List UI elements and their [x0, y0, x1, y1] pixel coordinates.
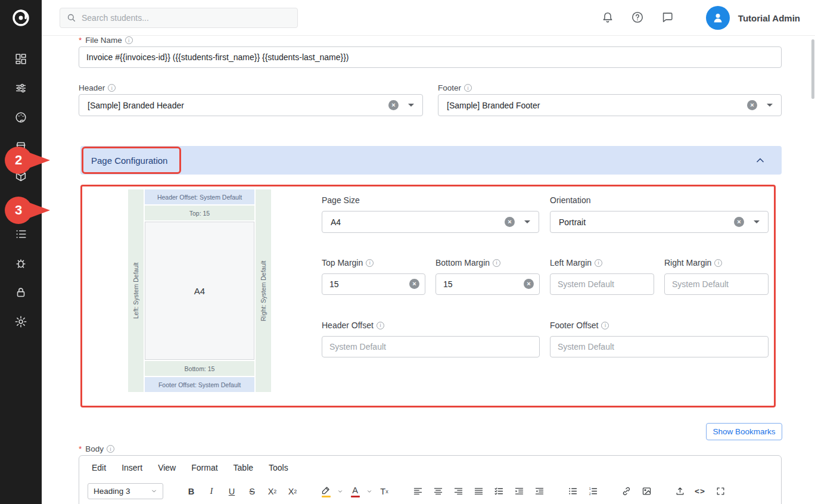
left-margin-label: Left Margin — [550, 258, 602, 267]
link-icon — [621, 486, 632, 496]
link-button[interactable] — [618, 484, 634, 499]
chevron-up-icon[interactable] — [754, 154, 766, 166]
file-name-input[interactable] — [79, 46, 782, 68]
menu-edit[interactable]: Edit — [92, 461, 106, 474]
annotation-step-2-marker: 2 — [5, 147, 32, 174]
page-configuration-title: Page Configuration — [91, 155, 167, 166]
superscript-button[interactable]: X2 — [285, 484, 300, 499]
menu-tools[interactable]: Tools — [269, 461, 288, 474]
editor-toolbar: Heading 3 B I U S X2 X2 A — [79, 483, 781, 499]
fullscreen-button[interactable] — [713, 484, 728, 499]
checklist-button[interactable] — [491, 484, 506, 499]
outdent-button[interactable] — [531, 484, 547, 499]
upload-button[interactable] — [672, 484, 688, 499]
sidebar-item-branding[interactable] — [0, 102, 42, 132]
info-icon — [377, 322, 384, 329]
highlight-color-caret[interactable] — [336, 484, 344, 499]
indent-icon — [514, 486, 524, 496]
superscript-sup: 2 — [294, 489, 297, 494]
bottom-margin-label: Bottom Margin — [436, 258, 500, 267]
dropdown-caret-icon[interactable] — [408, 104, 414, 107]
bell-icon — [601, 11, 614, 24]
bold-button[interactable]: B — [183, 484, 199, 499]
code-button[interactable]: <> — [692, 484, 708, 499]
image-icon — [642, 486, 652, 496]
search-input[interactable] — [82, 13, 291, 23]
chat-button[interactable] — [660, 10, 675, 26]
dropdown-caret-icon[interactable] — [524, 220, 530, 223]
highlight-color-button[interactable] — [318, 484, 334, 499]
body-editor: Edit Insert View Format Table Tools Head… — [79, 455, 782, 504]
help-button[interactable] — [630, 10, 645, 26]
page-configuration-header[interactable]: Page Configuration — [80, 146, 782, 175]
preview-bottom-margin-label: Bottom: 15 — [145, 361, 254, 376]
search-box[interactable] — [60, 8, 298, 28]
info-icon — [595, 259, 602, 267]
vertical-scrollbar[interactable] — [811, 39, 814, 99]
italic-button[interactable]: I — [204, 484, 219, 499]
subscript-button[interactable]: X2 — [265, 484, 280, 499]
clear-icon[interactable]: × — [388, 100, 399, 110]
upload-icon — [675, 486, 685, 496]
sidebar-item-settings[interactable] — [0, 307, 42, 336]
format-select[interactable]: Heading 3 — [88, 483, 163, 499]
align-justify-icon — [474, 486, 484, 496]
align-right-button[interactable] — [450, 484, 466, 499]
image-button[interactable] — [639, 484, 654, 499]
right-margin-input[interactable] — [664, 273, 769, 295]
dropdown-caret-icon[interactable] — [767, 104, 773, 107]
clear-icon[interactable]: × — [734, 217, 744, 227]
clear-icon[interactable]: × — [505, 217, 515, 227]
align-left-button[interactable] — [410, 484, 425, 499]
footer-select[interactable]: [Sample] Branded Footer × — [438, 94, 782, 116]
sidebar-item-settings-sliders[interactable] — [0, 73, 42, 102]
footer-offset-input[interactable] — [550, 336, 769, 357]
sidebar-item-debug[interactable] — [0, 248, 42, 278]
align-left-icon — [413, 486, 423, 496]
strikethrough-button[interactable]: S — [244, 484, 260, 499]
underline-button[interactable]: U — [224, 484, 239, 499]
numbered-list-button[interactable]: 12 — [585, 484, 601, 499]
clear-icon[interactable]: × — [409, 279, 419, 289]
dropdown-caret-icon[interactable] — [754, 220, 760, 223]
clear-icon[interactable]: × — [747, 100, 757, 110]
notifications-button[interactable] — [600, 10, 615, 26]
menu-insert[interactable]: Insert — [122, 461, 142, 474]
clear-formatting-button[interactable]: Tx — [377, 484, 392, 499]
orientation-select[interactable]: Portrait × — [550, 211, 769, 233]
search-icon — [66, 13, 77, 23]
bullet-list-button[interactable] — [565, 484, 580, 499]
header-offset-input[interactable] — [322, 336, 540, 357]
text-color-caret[interactable] — [365, 484, 373, 499]
preview-right-margin-label: Right: System Default — [256, 189, 271, 392]
required-asterisk: * — [79, 36, 82, 45]
indent-button[interactable] — [511, 484, 527, 499]
highlight-pen-icon — [321, 485, 331, 495]
list-icon — [14, 228, 27, 241]
info-icon — [714, 259, 722, 267]
preview-footer-offset-label: Footer Offset: System Default — [145, 377, 254, 392]
left-margin-input[interactable] — [550, 273, 654, 295]
bug-icon — [14, 257, 27, 270]
show-bookmarks-button[interactable]: Show Bookmarks — [706, 423, 782, 440]
clear-icon[interactable]: × — [524, 279, 534, 289]
text-color-button[interactable]: A — [347, 484, 363, 499]
user-name: Tutorial Admin — [738, 13, 800, 23]
svg-text:1: 1 — [589, 487, 590, 490]
app-logo[interactable] — [0, 0, 42, 36]
avatar[interactable] — [706, 6, 730, 30]
superscript-base: X — [288, 487, 294, 496]
sidebar-item-security[interactable] — [0, 278, 42, 307]
header-select[interactable]: [Sample] Branded Header × — [79, 94, 423, 116]
align-center-button[interactable] — [430, 484, 446, 499]
page-configuration-body: Left: System Default Header Offset: Syst… — [80, 175, 782, 408]
menu-view[interactable]: View — [158, 461, 176, 474]
header-select-value: [Sample] Branded Header — [88, 101, 388, 110]
align-justify-button[interactable] — [471, 484, 486, 499]
bottom-margin-field: × — [436, 273, 540, 295]
sidebar-item-dashboard[interactable] — [0, 44, 42, 73]
menu-table[interactable]: Table — [234, 461, 253, 474]
logo-icon — [11, 8, 31, 28]
menu-format[interactable]: Format — [191, 461, 217, 474]
page-size-select[interactable]: A4 × — [322, 211, 539, 233]
